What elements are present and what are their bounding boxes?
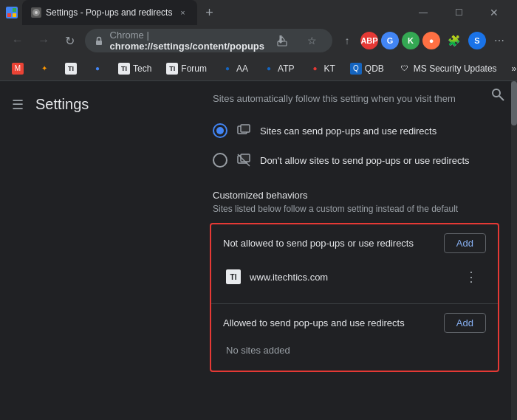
svg-point-8 [493, 89, 500, 97]
not-allowed-title: Not allowed to send pop-ups or use redir… [223, 238, 414, 249]
bookmark-kt-label: KT [324, 63, 335, 74]
tab-favicon [31, 7, 41, 18]
radio-block[interactable] [213, 153, 227, 168]
bookmark-forum-label: Forum [181, 63, 207, 74]
site-menu-button[interactable]: ⋮ [459, 265, 483, 289]
tab-strip: Settings - Pop-ups and redirects × + [22, 0, 402, 25]
bookmark-tech-label: Tech [133, 63, 151, 74]
svg-line-9 [499, 96, 504, 100]
nav-icons-right: ↑ ABP G K ● 🧩 S ⋯ [335, 29, 511, 52]
site-favicon-itechtics: TI [226, 269, 241, 284]
bookmark-forum-icon: TI [166, 63, 178, 75]
option-block-label: Don't allow sites to send pop-ups or use… [260, 155, 470, 166]
browser-favicon [6, 7, 18, 18]
hamburger-icon[interactable]: ☰ [12, 97, 24, 113]
scrollbar[interactable] [511, 81, 517, 420]
bookmark-spark[interactable]: ✦ [32, 60, 56, 78]
main-layout: ☰ Settings Sites automatically follow th… [0, 81, 517, 420]
bookmark-more-label: » [512, 63, 517, 74]
active-tab[interactable]: Settings - Pop-ups and redirects × [22, 0, 197, 25]
ext-abp-button[interactable]: ABP [360, 32, 378, 49]
bookmark-blue-icon: ● [92, 63, 103, 75]
svg-rect-6 [96, 41, 102, 45]
bookmark-forum[interactable]: TI Forum [160, 60, 213, 78]
bookmarks-bar: M ✦ TI ● TI Tech TI Forum ● AA ● ATP ● K… [0, 56, 517, 81]
address-url: chrome://settings/content/popups [110, 41, 264, 52]
bookmark-ms-label: MS Security Updates [414, 63, 497, 74]
bookmark-kt[interactable]: ● KT [304, 60, 341, 78]
bookmark-tech[interactable]: TI Tech [112, 60, 157, 78]
bookmark-more[interactable]: » [506, 61, 517, 77]
bookmark-qdb-label: QDB [365, 63, 384, 74]
settings-content: Sites automatically follow this setting … [192, 81, 517, 384]
sidebar-header: ☰ Settings [0, 87, 192, 122]
section-subtitle: Sites listed below follow a custom setti… [210, 204, 499, 214]
svg-point-5 [35, 11, 38, 14]
svg-rect-11 [241, 125, 250, 132]
site-url-itechtics: www.itechtics.com [250, 272, 451, 283]
add-not-allowed-button[interactable]: Add [444, 233, 486, 253]
not-allowed-section: Not allowed to send pop-ups or use redir… [211, 224, 498, 303]
custom-behaviors-box: Not allowed to send pop-ups or use redir… [210, 223, 499, 372]
bookmark-m[interactable]: M [6, 60, 30, 78]
tab-title: Settings - Pop-ups and redirects [46, 7, 172, 18]
more-menu-button[interactable]: ⋯ [487, 29, 511, 52]
svg-rect-3 [13, 13, 16, 17]
lock-icon [94, 35, 104, 46]
address-bar[interactable]: Chrome | chrome://settings/content/popup… [85, 29, 332, 52]
minimize-button[interactable]: — [406, 0, 440, 25]
not-allowed-header: Not allowed to send pop-ups or use redir… [223, 233, 486, 253]
address-text: Chrome | chrome://settings/content/popup… [110, 30, 264, 52]
ext-k-button[interactable]: K [402, 32, 420, 49]
settings-search-button[interactable] [490, 87, 505, 106]
profile-button[interactable]: S [468, 32, 486, 49]
new-tab-button[interactable]: + [200, 4, 218, 21]
bookmark-ms[interactable]: 🛡 MS Security Updates [393, 60, 503, 78]
refresh-button[interactable]: ↻ [58, 29, 82, 52]
address-scheme: Chrome | [110, 30, 149, 41]
bookmark-spark-icon: ✦ [38, 63, 50, 75]
bookmark-blue[interactable]: ● [86, 60, 109, 78]
bookmark-ms-icon: 🛡 [399, 63, 411, 75]
content-area: Sites automatically follow this setting … [192, 81, 517, 420]
svg-rect-0 [7, 8, 11, 12]
bookmark-atp[interactable]: ● ATP [257, 60, 300, 78]
bookmark-ti[interactable]: TI [59, 60, 83, 78]
bookmark-star-button[interactable]: ☆ [300, 29, 323, 52]
bookmark-ti-icon: TI [65, 63, 77, 75]
scroll-thumb[interactable] [511, 81, 517, 125]
maximize-button[interactable]: ☐ [442, 0, 476, 25]
ext-g-button[interactable]: G [381, 32, 399, 49]
option-block[interactable]: Don't allow sites to send pop-ups or use… [210, 145, 499, 175]
popup-allow-icon [236, 123, 251, 138]
bookmark-tech-icon: TI [118, 63, 130, 75]
forward-button[interactable]: → [32, 29, 56, 52]
share-button[interactable] [270, 29, 294, 52]
back-button[interactable]: ← [6, 29, 30, 52]
add-allowed-button[interactable]: Add [444, 313, 486, 333]
bookmark-kt-icon: ● [309, 63, 321, 75]
allowed-section: Allowed to send pop-ups and use redirect… [211, 303, 498, 371]
sidebar: ☰ Settings [0, 81, 192, 420]
title-bar: Settings - Pop-ups and redirects × + — ☐… [0, 0, 517, 25]
extensions-button[interactable]: 🧩 [442, 29, 465, 52]
radio-allow[interactable] [213, 123, 227, 138]
close-window-button[interactable]: ✕ [477, 0, 511, 25]
site-item-itechtics: TI www.itechtics.com ⋮ [223, 259, 486, 295]
ext-orange-button[interactable]: ● [422, 32, 440, 49]
share-page-button[interactable]: ↑ [335, 29, 359, 52]
bookmark-aa-icon: ● [222, 63, 233, 75]
option-allow-label: Sites can send pop-ups and use redirects [260, 125, 436, 137]
section-title: Customized behaviors [213, 190, 499, 201]
bookmark-qdb[interactable]: Q QDB [344, 60, 390, 78]
tab-close-button[interactable]: × [177, 7, 188, 18]
svg-rect-1 [13, 8, 16, 12]
window-controls: — ☐ ✕ [406, 0, 511, 25]
option-allow[interactable]: Sites can send pop-ups and use redirects [210, 116, 499, 145]
bookmark-atp-icon: ● [263, 63, 275, 75]
popup-block-icon [236, 153, 251, 168]
bookmark-aa[interactable]: ● AA [216, 60, 254, 78]
allowed-header: Allowed to send pop-ups and use redirect… [223, 313, 486, 333]
settings-title: Settings [35, 96, 89, 113]
no-sites-text: No sites added [223, 339, 486, 362]
